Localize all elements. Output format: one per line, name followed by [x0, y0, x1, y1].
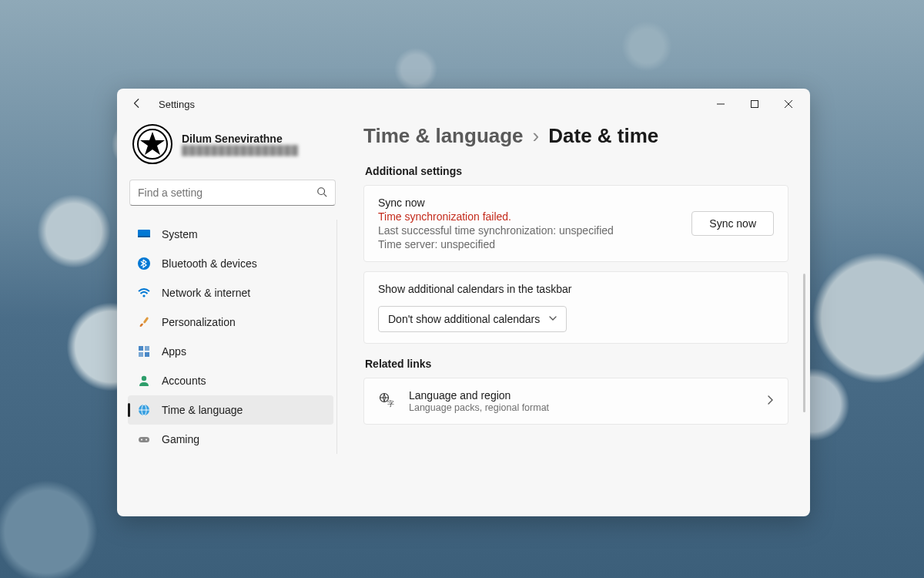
sync-error-text: Time synchronization failed.: [378, 210, 679, 223]
svg-line-7: [324, 193, 327, 197]
calendars-selected: Don't show additional calendars: [388, 313, 540, 325]
settings-window: Settings Dilum Senevirathne ██: [117, 89, 810, 516]
language-region-sub: Language packs, regional format: [409, 402, 549, 413]
scrollbar[interactable]: [803, 274, 805, 412]
sidebar-item-accounts[interactable]: Accounts: [128, 366, 333, 395]
sidebar-item-time-language[interactable]: Time & language: [128, 395, 333, 425]
gamepad-icon: [137, 432, 151, 446]
globe-clock-icon: [137, 403, 151, 417]
sync-card: Sync now Time synchronization failed. La…: [363, 185, 788, 262]
breadcrumb-current: Date & time: [548, 124, 658, 148]
sidebar-item-label: Bluetooth & devices: [162, 257, 257, 270]
back-button[interactable]: [129, 98, 145, 111]
sidebar-item-gaming[interactable]: Gaming: [128, 425, 333, 454]
main-content: Time & language › Date & time Additional…: [348, 119, 810, 516]
profile-email-obscured: ████████████████: [182, 145, 299, 156]
sidebar-item-label: Time & language: [162, 404, 243, 416]
svg-rect-14: [145, 346, 149, 351]
search-box[interactable]: [129, 180, 336, 206]
svg-text:字: 字: [387, 400, 394, 408]
paintbrush-icon: [137, 315, 151, 329]
svg-rect-12: [143, 317, 149, 324]
svg-rect-13: [139, 346, 143, 351]
svg-point-17: [142, 376, 146, 381]
language-region-link[interactable]: 字 Language and region Language packs, re…: [363, 378, 788, 425]
profile-name: Dilum Senevirathne: [182, 133, 299, 145]
svg-point-22: [141, 439, 142, 441]
system-icon: [137, 227, 151, 241]
sidebar-item-network[interactable]: Network & internet: [128, 278, 333, 307]
sidebar-item-personalization[interactable]: Personalization: [128, 307, 333, 337]
sidebar-item-apps[interactable]: Apps: [128, 337, 333, 366]
nav-list: System Bluetooth & devices Network & int…: [128, 220, 337, 454]
breadcrumb-parent[interactable]: Time & language: [363, 124, 524, 148]
sidebar-item-label: Apps: [162, 345, 186, 358]
sidebar-item-label: Gaming: [162, 433, 199, 445]
svg-rect-9: [138, 236, 150, 237]
sidebar-item-label: Accounts: [162, 375, 206, 387]
sidebar: Dilum Senevirathne ████████████████ Syst…: [117, 119, 348, 516]
sync-server-text: Time server: unspecified: [378, 238, 679, 250]
close-button[interactable]: [772, 92, 805, 116]
wifi-icon: [137, 286, 151, 300]
svg-rect-21: [139, 437, 149, 442]
chevron-right-icon: [766, 395, 774, 408]
chevron-down-icon: [549, 314, 557, 324]
sync-now-button[interactable]: Sync now: [691, 211, 774, 236]
person-icon: [137, 374, 151, 388]
svg-rect-16: [145, 352, 149, 357]
minimize-button[interactable]: [704, 92, 738, 116]
sync-last-text: Last successful time synchronization: un…: [378, 224, 679, 237]
language-region-icon: 字: [378, 391, 395, 412]
maximize-button[interactable]: [738, 92, 772, 116]
avatar: [132, 124, 172, 164]
calendars-label: Show additional calendars in the taskbar: [378, 283, 774, 295]
section-related-links: Related links: [365, 358, 788, 370]
sidebar-item-bluetooth[interactable]: Bluetooth & devices: [128, 249, 333, 278]
profile-block[interactable]: Dilum Senevirathne ████████████████: [128, 119, 337, 175]
sidebar-item-label: Personalization: [162, 316, 236, 328]
bluetooth-icon: [137, 257, 151, 271]
language-region-title: Language and region: [409, 389, 549, 402]
sync-title: Sync now: [378, 197, 679, 209]
sidebar-item-label: Network & internet: [162, 287, 250, 299]
calendars-dropdown[interactable]: Don't show additional calendars: [378, 306, 567, 332]
svg-point-23: [146, 439, 147, 441]
apps-icon: [137, 344, 151, 358]
breadcrumb-separator: ›: [533, 124, 540, 148]
breadcrumb: Time & language › Date & time: [363, 124, 788, 148]
titlebar: Settings: [117, 89, 810, 119]
section-additional-settings: Additional settings: [365, 165, 788, 177]
window-title: Settings: [159, 99, 195, 110]
svg-rect-15: [139, 352, 143, 357]
calendars-card: Show additional calendars in the taskbar…: [363, 271, 788, 344]
sidebar-item-system[interactable]: System: [128, 220, 333, 249]
svg-point-11: [142, 294, 145, 297]
svg-point-6: [318, 187, 325, 194]
search-input[interactable]: [138, 187, 316, 199]
search-icon: [316, 187, 327, 200]
svg-rect-1: [752, 101, 758, 108]
sidebar-item-label: System: [162, 228, 198, 240]
